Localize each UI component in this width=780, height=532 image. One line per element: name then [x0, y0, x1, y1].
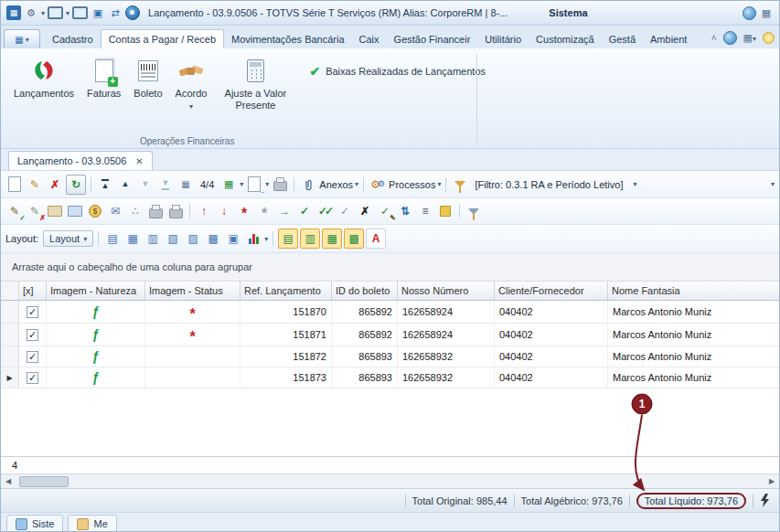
column-header-nosso-numero[interactable]: Nosso Número: [398, 282, 495, 301]
batch-icon[interactable]: ≡: [416, 202, 434, 220]
active-filter-label[interactable]: [Filtro: 0.3.1 RA e Período Letivo]: [475, 179, 623, 190]
close-icon[interactable]: ✕: [135, 156, 143, 166]
column-header-natureza[interactable]: Imagem - Natureza: [47, 282, 145, 301]
tab-gestao[interactable]: Gestã: [602, 30, 643, 48]
check-edit-icon[interactable]: ✓✎: [376, 202, 394, 220]
tab-ambiente[interactable]: Ambient: [643, 30, 694, 48]
bottom-tab-sistema[interactable]: Siste: [6, 515, 63, 531]
boleto-button[interactable]: Boleto: [128, 53, 167, 102]
approve-all-icon[interactable]: ✓✓: [315, 202, 334, 220]
connection-icon[interactable]: ⇄: [108, 5, 123, 20]
table-row[interactable]: ✓ ƒ 151872 865893 162658932 040402 Marco…: [1, 346, 779, 367]
layout-card-icon[interactable]: ▩: [204, 229, 222, 248]
asterisk-gray-icon[interactable]: *: [255, 200, 273, 223]
system-menu[interactable]: Sistema: [549, 7, 587, 18]
tab-customizacao[interactable]: Customizaçã: [529, 30, 602, 48]
row-checkbox[interactable]: ✓: [19, 346, 47, 367]
help-globe-icon[interactable]: [723, 31, 737, 45]
column-header-cliente[interactable]: Cliente/Fornecedor: [495, 282, 608, 301]
acordo-button[interactable]: Acordo ▾: [170, 53, 213, 113]
export-icon[interactable]: →: [245, 176, 263, 194]
lightbulb-icon[interactable]: [763, 32, 775, 44]
tab-utilitario[interactable]: Utilitário: [477, 30, 529, 48]
column-header-checkbox[interactable]: [x]: [19, 282, 47, 301]
edit-record-icon[interactable]: ✎: [26, 176, 44, 194]
delete-record-icon[interactable]: ✗: [46, 176, 64, 194]
anexos-button[interactable]: Anexos: [319, 179, 353, 190]
table-row[interactable]: ✓ ƒ * 151870 865892 162658924 040402 Mar…: [1, 301, 779, 324]
layout-window-icon[interactable]: ▦: [759, 5, 774, 20]
scrollbar-thumb[interactable]: [19, 476, 69, 487]
monitor2-icon[interactable]: [72, 6, 88, 19]
footer-toggle-icon[interactable]: ▥: [300, 229, 320, 249]
layout-grid-icon[interactable]: ▦: [123, 229, 142, 248]
new-record-icon[interactable]: [5, 176, 24, 194]
layout-split-icon[interactable]: ▧: [164, 229, 182, 248]
windows-icon[interactable]: ▦▾: [743, 32, 756, 44]
lightning-icon[interactable]: [760, 494, 770, 507]
group-by-panel[interactable]: Arraste aqui o cabeçalho de uma coluna p…: [1, 253, 779, 282]
last-record-icon[interactable]: ▼: [156, 176, 175, 194]
table-row[interactable]: ✓ ƒ * 151871 865892 162658924 040402 Mar…: [1, 324, 779, 346]
next-record-icon[interactable]: ▼: [136, 176, 155, 194]
row-checkbox[interactable]: ✓: [19, 367, 47, 388]
module-icon[interactable]: ▣: [91, 5, 105, 20]
toolbar-overflow-icon[interactable]: ▾: [771, 180, 775, 188]
layout-detail-icon[interactable]: ▨: [184, 229, 202, 248]
first-record-icon[interactable]: ▲: [96, 176, 114, 194]
column-header-nome-fantasia[interactable]: Nome Fantasia: [608, 282, 779, 301]
lancamentos-button[interactable]: Lançamentos: [8, 53, 80, 102]
chevron-down-icon[interactable]: ▾: [265, 180, 269, 188]
processos-button[interactable]: Processos: [389, 179, 435, 190]
card-icon[interactable]: [46, 202, 64, 220]
sign-icon[interactable]: ✎✓: [5, 202, 24, 220]
collapse-ribbon-icon[interactable]: ˄: [711, 33, 717, 43]
stamp-icon[interactable]: [436, 202, 454, 220]
file-menu-button[interactable]: ▦▾: [4, 29, 40, 48]
mail-icon[interactable]: ✉: [106, 202, 124, 220]
layout-rows-icon[interactable]: ▥: [144, 229, 162, 248]
validate-icon[interactable]: ✓: [336, 202, 354, 220]
gear-icon[interactable]: ⚙: [24, 5, 38, 20]
chevron-down-icon[interactable]: ▾: [437, 180, 441, 188]
document-tab[interactable]: Lançamento - 03.9.0506 ✕: [8, 151, 153, 170]
baixar-icon[interactable]: ↑: [195, 202, 213, 220]
cancelar-baixa-icon[interactable]: ↓: [215, 202, 233, 220]
globe-icon[interactable]: [743, 6, 756, 20]
filter-small-icon[interactable]: [465, 202, 483, 220]
group-panel-toggle-icon[interactable]: ▤: [278, 229, 298, 249]
execute-icon[interactable]: →: [275, 202, 294, 220]
tab-movimentacoes[interactable]: Movimentações Bancária: [224, 30, 352, 48]
column-header-ref[interactable]: Ref. Lançamento: [240, 282, 332, 301]
chevron-down-icon[interactable]: ▾: [355, 180, 358, 188]
card-blue-icon[interactable]: [66, 202, 84, 220]
faturas-button[interactable]: + Faturas: [81, 53, 126, 102]
column-header-status[interactable]: Imagem - Status: [145, 282, 240, 301]
chevron-down-icon[interactable]: ▾: [633, 180, 636, 188]
chevron-down-icon[interactable]: ▾: [41, 9, 45, 17]
monitor-icon[interactable]: [48, 6, 63, 19]
transfer-icon[interactable]: ⇅: [396, 202, 414, 220]
layout-summary-icon[interactable]: ▣: [224, 229, 242, 248]
print-icon[interactable]: [271, 176, 289, 194]
print-preview-icon[interactable]: [166, 202, 185, 220]
scroll-left-icon[interactable]: ◀: [1, 474, 16, 488]
layout-dropdown-button[interactable]: Layout▾: [43, 230, 93, 247]
horizontal-scrollbar[interactable]: ◀ ▶: [1, 473, 779, 488]
print-icon[interactable]: [146, 202, 165, 220]
refresh-icon[interactable]: ↻: [66, 175, 86, 195]
previous-record-icon[interactable]: ▲: [116, 176, 134, 194]
chart-icon[interactable]: [244, 229, 262, 248]
scroll-right-icon[interactable]: ▶: [764, 474, 779, 488]
paperclip-icon[interactable]: [299, 176, 317, 194]
grid-view-icon[interactable]: ▦: [219, 176, 238, 194]
coin-icon[interactable]: $: [86, 202, 104, 220]
ajuste-valor-presente-button[interactable]: Ajuste a Valor Presente: [214, 53, 296, 113]
chevron-down-icon[interactable]: ▾: [240, 180, 243, 188]
bottom-tab-mensagens[interactable]: Me: [68, 515, 116, 531]
asterisk-red-icon[interactable]: *: [235, 200, 253, 223]
chevron-down-icon[interactable]: ▾: [264, 235, 268, 243]
font-button[interactable]: A: [366, 229, 386, 249]
autofilter-toggle-icon[interactable]: ▩: [344, 229, 364, 249]
tab-cadastro[interactable]: Cadastro: [45, 30, 101, 48]
